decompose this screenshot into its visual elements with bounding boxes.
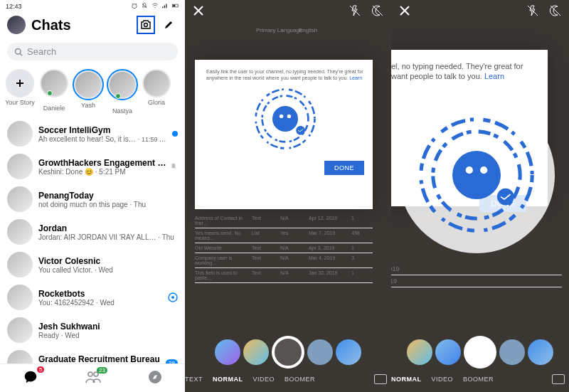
search-input[interactable]: Search: [7, 43, 178, 60]
close-icon[interactable]: [398, 4, 411, 17]
table-row: Address of Contact in ther…TextN/AApr 12…: [195, 213, 373, 228]
table-row: Yes means send. No means…ListYesMar 7, 2…: [195, 228, 373, 243]
chat-row[interactable]: Graduate Recruitment BureauYou: Are you …: [0, 346, 185, 364]
camera-icon: [140, 20, 151, 30]
search-icon: [14, 48, 23, 56]
chat-row[interactable]: Soccer IntelliGymAh excellent to hear! S…: [0, 117, 185, 150]
effect-3[interactable]: [499, 339, 525, 365]
chat-avatar: [7, 154, 33, 179]
chat-name: Victor Colesnic: [38, 256, 178, 266]
chat-name: Graduate Recruitment Bureau: [38, 354, 166, 364]
shutter-button[interactable]: [272, 336, 304, 369]
story-nastya[interactable]: Nastya: [105, 69, 139, 115]
shutter-button[interactable]: [464, 336, 496, 369]
chat-row[interactable]: Victor ColesnicYou called Victor. · Wed: [0, 248, 185, 281]
story-daniele[interactable]: Daniele: [37, 69, 71, 115]
learn-link[interactable]: Learn: [349, 75, 362, 80]
camera-button[interactable]: [137, 16, 155, 34]
learn-link[interactable]: Learn: [484, 72, 504, 80]
svg-point-1: [154, 7, 155, 8]
chat-name: Soccer IntelliGym: [38, 125, 168, 135]
chat-icon: [23, 369, 38, 385]
effect-1[interactable]: [215, 339, 240, 365]
mode-video[interactable]: VIDEO: [253, 376, 275, 383]
camera-scan-screen: Primary Language English Easily link the…: [185, 0, 391, 392]
verified-icon: [168, 292, 178, 302]
bell-off-icon: [141, 2, 148, 9]
chat-row[interactable]: RocketbotsYou: 4162452942 · Wed: [0, 281, 185, 314]
story-yash[interactable]: Yash: [71, 69, 105, 115]
battery-icon: [172, 2, 179, 9]
effect-1[interactable]: [407, 339, 432, 365]
status-bar: 12:43: [0, 0, 185, 13]
story-gloria[interactable]: Gloria: [139, 69, 174, 115]
camera-bottom-bar: TEXT NORMAL VIDEO BOOMER: [185, 335, 391, 392]
mode-normal[interactable]: NORMAL: [391, 376, 422, 383]
chat-name: Jordan: [38, 223, 178, 233]
svg-point-16: [287, 115, 291, 118]
messenger-code-large: [416, 115, 537, 235]
chat-avatar: [7, 219, 33, 245]
effect-2[interactable]: [243, 339, 269, 365]
flash-off-icon[interactable]: [349, 4, 361, 17]
messenger-code: [253, 87, 317, 151]
modal-text: Easily link the user to your channel, no…: [206, 69, 363, 80]
camera-mode-bar[interactable]: NORMAL VIDEO BOOMER: [391, 369, 569, 389]
svg-point-9: [88, 372, 92, 376]
effect-4[interactable]: [528, 339, 553, 365]
gallery-icon[interactable]: [552, 374, 565, 384]
code-modal: Easily link the user to your channel, no…: [195, 60, 373, 209]
people-badge: 23: [97, 367, 107, 374]
chat-preview: Ah excellent to hear! So, it is… · 11:59…: [38, 135, 168, 143]
svg-point-17: [296, 126, 305, 135]
compose-button[interactable]: [159, 16, 178, 34]
chat-preview: not doing much on this page · Thu: [38, 201, 178, 208]
chat-row[interactable]: PenangTodaynot doing much on this page ·…: [0, 183, 185, 216]
night-off-icon[interactable]: [371, 4, 384, 17]
page-title: Chats: [31, 17, 132, 33]
chat-row[interactable]: JordanJordan: AIR JORDAN VII 'RAY ALL… ·…: [0, 216, 185, 248]
nav-people[interactable]: 23: [85, 370, 102, 387]
story-your-story[interactable]: Your Story: [3, 69, 37, 115]
camera-scan-zoom-screen: el, no typing needed. They're great for …: [391, 0, 569, 392]
effect-3[interactable]: [307, 339, 333, 365]
svg-point-21: [466, 166, 473, 174]
mode-video[interactable]: VIDEO: [432, 376, 454, 383]
nav-discover[interactable]: [148, 370, 162, 387]
chat-preview: Keshini: Done 😊 · 5:21 PM: [38, 168, 169, 176]
table-row: Mar 7, 2019: [391, 275, 562, 287]
chat-avatar: [7, 121, 33, 147]
search-placeholder: Search: [27, 46, 56, 57]
close-icon[interactable]: [192, 4, 205, 17]
profile-avatar[interactable]: [7, 16, 26, 34]
table-row: This field is used to paste…TextN/AJan 3…: [195, 268, 373, 283]
svg-point-23: [497, 189, 514, 206]
flash-off-icon[interactable]: [526, 4, 539, 17]
mode-text[interactable]: TEXT: [185, 376, 203, 383]
nav-chats[interactable]: 5: [23, 369, 38, 388]
status-time: 12:43: [6, 3, 22, 10]
messenger-chats-screen: 12:43 Chats Search Your StoryDanieleYash…: [0, 0, 185, 392]
chat-preview: Ready · Wed: [38, 332, 178, 339]
signal-icon: [161, 2, 169, 9]
chat-avatar: [7, 317, 33, 343]
camera-bottom-bar: NORMAL VIDEO BOOMER: [391, 335, 569, 392]
svg-point-6: [16, 48, 21, 54]
mode-boomer[interactable]: BOOMER: [463, 376, 494, 383]
background-table: Address of Contact in ther…TextN/AApr 12…: [195, 213, 373, 283]
done-button[interactable]: DONE: [324, 161, 364, 175]
effect-strip[interactable]: [185, 335, 391, 369]
chat-row[interactable]: GrowthHackers Engagement Gr…Keshini: Don…: [0, 150, 185, 183]
gallery-icon[interactable]: [374, 374, 387, 384]
mode-boomer[interactable]: BOOMER: [284, 376, 315, 383]
alarm-icon: [131, 2, 138, 9]
effect-2[interactable]: [435, 339, 461, 365]
chat-row[interactable]: Jesh SukhwaniReady · Wed: [0, 314, 185, 346]
night-off-icon[interactable]: [549, 4, 562, 17]
mode-normal[interactable]: NORMAL: [213, 376, 243, 383]
camera-mode-bar[interactable]: TEXT NORMAL VIDEO BOOMER: [185, 369, 391, 389]
chat-list[interactable]: Soccer IntelliGymAh excellent to hear! S…: [0, 117, 185, 364]
effect-strip[interactable]: [391, 335, 569, 369]
stories-row[interactable]: Your StoryDanieleYashNastyaGloria: [0, 65, 185, 117]
effect-4[interactable]: [336, 339, 361, 365]
